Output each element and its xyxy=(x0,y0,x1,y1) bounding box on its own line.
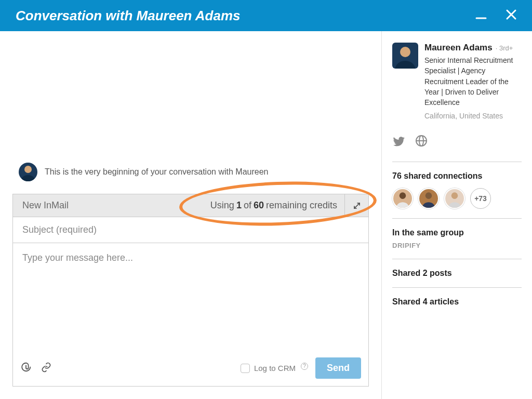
conversation-start-text: This is the very beginning of your conve… xyxy=(45,167,268,177)
avatar[interactable] xyxy=(392,188,413,209)
compose-type-label: New InMail xyxy=(13,194,78,217)
same-group-title: In the same group xyxy=(392,228,522,237)
credits-mid: of xyxy=(244,200,251,211)
avatar[interactable] xyxy=(418,188,439,209)
compose-header: New InMail Using 1 of 60 remaining credi… xyxy=(13,194,368,217)
social-links-row xyxy=(392,135,522,150)
help-icon[interactable]: ? xyxy=(301,363,308,370)
profile-sidebar: Maureen Adams · 3rd+ Senior Internal Rec… xyxy=(381,31,532,399)
subject-row xyxy=(13,217,368,243)
log-to-crm-toggle[interactable]: Log to CRM ? xyxy=(241,364,308,373)
profile-header: Maureen Adams · 3rd+ Senior Internal Rec… xyxy=(392,43,522,120)
compose-panel: New InMail Using 1 of 60 remaining credi… xyxy=(12,194,369,387)
avatar[interactable] xyxy=(444,188,465,209)
connection-degree: · 3rd+ xyxy=(496,44,513,52)
globe-icon[interactable] xyxy=(415,135,428,150)
message-body-row xyxy=(13,243,368,352)
window-title: Conversation with Maureen Adams xyxy=(16,8,240,24)
svg-line-4 xyxy=(354,203,360,208)
svg-point-11 xyxy=(451,193,458,200)
avatar[interactable] xyxy=(392,43,418,69)
window-controls xyxy=(475,8,517,23)
message-history-empty xyxy=(0,31,381,163)
compose-footer-right: Log to CRM ? Send xyxy=(241,357,361,379)
shared-posts-title: Shared 2 posts xyxy=(392,269,522,278)
minimize-icon[interactable] xyxy=(475,8,487,23)
credits-prefix: Using xyxy=(210,200,234,211)
shared-connections-title: 76 shared connections xyxy=(392,171,522,181)
message-textarea[interactable] xyxy=(22,252,359,341)
shared-connections-section[interactable]: 76 shared connections +73 xyxy=(392,162,522,219)
svg-point-5 xyxy=(400,47,410,57)
inmail-credits-indicator: Using 1 of 60 remaining credits xyxy=(78,194,344,217)
conversation-window: Conversation with Maureen Adams This is … xyxy=(0,0,532,399)
conversation-pane: This is the very beginning of your conve… xyxy=(0,31,381,399)
same-group-name: DRIPIFY xyxy=(392,242,522,249)
avatar xyxy=(19,163,37,181)
compose-footer-left xyxy=(20,362,51,375)
expand-icon xyxy=(353,202,361,210)
log-to-crm-label: Log to CRM xyxy=(254,364,296,373)
svg-point-3 xyxy=(24,166,32,173)
attachment-icon[interactable] xyxy=(20,362,32,375)
same-group-section[interactable]: In the same group DRIPIFY xyxy=(392,219,522,259)
more-connections-badge[interactable]: +73 xyxy=(470,188,491,209)
shared-connections-avatars: +73 xyxy=(392,188,522,209)
titlebar: Conversation with Maureen Adams xyxy=(0,0,532,31)
subject-input[interactable] xyxy=(22,224,359,235)
link-icon[interactable] xyxy=(41,362,51,375)
credits-total: 60 xyxy=(254,200,264,211)
profile-name[interactable]: Maureen Adams xyxy=(424,43,493,53)
profile-location: California, United States xyxy=(424,112,522,120)
close-icon[interactable] xyxy=(505,8,517,23)
profile-headline: Senior Internal Recruitment Specialist |… xyxy=(424,55,522,108)
credits-suffix: remaining credits xyxy=(266,200,337,211)
compose-footer: Log to CRM ? Send xyxy=(13,352,368,386)
shared-posts-section[interactable]: Shared 2 posts xyxy=(392,259,522,288)
checkbox-icon xyxy=(241,364,250,373)
profile-info: Maureen Adams · 3rd+ Senior Internal Rec… xyxy=(424,43,522,120)
svg-point-10 xyxy=(425,193,432,200)
send-button[interactable]: Send xyxy=(315,357,361,379)
shared-articles-title: Shared 4 articles xyxy=(392,297,522,307)
profile-name-row: Maureen Adams · 3rd+ xyxy=(424,43,522,53)
conversation-start-indicator: This is the very beginning of your conve… xyxy=(0,163,381,194)
credits-used: 1 xyxy=(236,200,242,211)
shared-articles-section[interactable]: Shared 4 articles xyxy=(392,288,522,316)
twitter-icon[interactable] xyxy=(392,135,406,150)
expand-compose-button[interactable] xyxy=(344,194,368,217)
window-body: This is the very beginning of your conve… xyxy=(0,31,532,399)
svg-point-9 xyxy=(400,193,406,200)
